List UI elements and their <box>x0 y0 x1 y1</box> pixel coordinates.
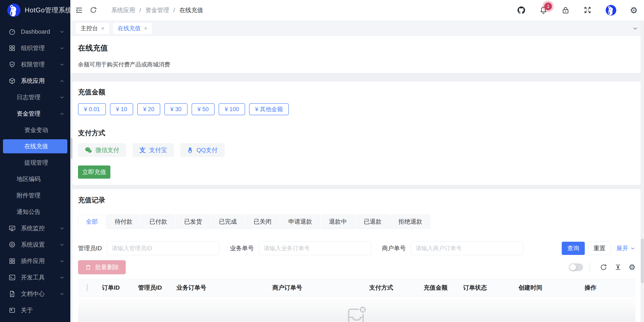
striped-toggle[interactable] <box>569 264 583 271</box>
bulk-delete-button[interactable]: 批量删除 <box>78 260 126 274</box>
trash-icon <box>85 264 92 271</box>
status-tab-refund-rejected[interactable]: 拒绝退款 <box>390 215 430 229</box>
notification-bell-icon[interactable]: 1 <box>539 6 548 14</box>
pay-method-heading: 支付方式 <box>78 128 636 138</box>
sidebar-item-attachment-mgmt[interactable]: 附件管理 <box>0 187 70 204</box>
sidebar-item-system-monitor[interactable]: 系统监控 <box>0 220 70 236</box>
sidebar-scrollbar-thumb[interactable] <box>71 138 72 159</box>
amount-option-100[interactable]: ¥ 100 <box>219 103 245 115</box>
status-tab-closed[interactable]: 已关闭 <box>246 215 280 229</box>
col-actions: 操作 <box>580 284 636 292</box>
lock-icon[interactable] <box>561 6 570 14</box>
amount-option-50[interactable]: ¥ 50 <box>192 103 215 115</box>
status-tab-refund-request[interactable]: 申请退款 <box>280 215 320 229</box>
sidebar-item-doc-center[interactable]: 文档中心 <box>0 286 70 302</box>
amount-option-10[interactable]: ¥ 10 <box>110 103 133 115</box>
sidebar-item-withdraw-mgmt[interactable]: 提现管理 <box>0 154 70 171</box>
sidebar-item-label: 权限管理 <box>21 60 45 69</box>
recharge-submit-button[interactable]: 立即充值 <box>78 165 110 179</box>
close-icon[interactable]: × <box>144 25 147 31</box>
status-tab-paid[interactable]: 已付款 <box>142 215 175 229</box>
status-tab-completed[interactable]: 已完成 <box>211 215 245 229</box>
amount-option-other[interactable]: ¥ 其他金额 <box>249 103 289 115</box>
query-button[interactable]: 查询 <box>562 242 585 255</box>
topbar: 系统应用 / 资金管理 / 在线充值 1 <box>70 0 644 20</box>
sidebar-item-plugins[interactable]: 插件应用 <box>0 253 70 269</box>
sidebar-item-fund-mgmt[interactable]: 资金管理 <box>0 105 70 122</box>
toggle-knob <box>570 264 576 271</box>
records-heading: 充值记录 <box>78 196 636 205</box>
sidebar-item-label: 日志管理 <box>16 93 40 101</box>
sidebar-item-online-recharge[interactable]: 在线充值 <box>3 139 67 153</box>
expand-filters-link[interactable]: 展开 <box>616 244 636 252</box>
terminal-icon <box>8 274 16 281</box>
pay-method-label: 微信支付 <box>96 146 119 154</box>
breadcrumb-separator: / <box>174 7 175 14</box>
logo-row[interactable]: HotGo管理系统 <box>0 0 70 20</box>
sidebar-item-system-app[interactable]: 系统应用 <box>0 73 70 89</box>
tab-online-recharge[interactable]: 在线充值 × <box>113 23 152 34</box>
divider <box>590 263 590 272</box>
amount-option-20[interactable]: ¥ 20 <box>137 103 160 115</box>
table-refresh-icon[interactable] <box>600 264 607 271</box>
fullscreen-icon[interactable] <box>584 6 592 14</box>
close-icon[interactable]: × <box>101 25 104 31</box>
refresh-icon[interactable] <box>90 6 98 14</box>
reset-button[interactable]: 重置 <box>588 242 611 255</box>
sidebar-item-dashboard[interactable]: Dashboard <box>0 23 70 40</box>
sidebar-item-notice[interactable]: 通知公告 <box>0 204 70 220</box>
settings-gear-icon[interactable]: ⚙ <box>630 6 638 14</box>
sidebar-item-label: 插件应用 <box>21 257 45 265</box>
breadcrumb-item[interactable]: 资金管理 <box>145 6 169 14</box>
status-tab-all[interactable]: 全部 <box>78 215 106 229</box>
sidebar-item-org[interactable]: 组织管理 <box>0 40 70 56</box>
topbar-actions: 1 <box>517 5 638 15</box>
status-tab-refunding[interactable]: 退款中 <box>321 215 355 229</box>
hotgo-logo-icon <box>7 3 20 17</box>
admin-id-input[interactable] <box>107 242 219 255</box>
pay-method-alipay[interactable]: 支 支付宝 <box>132 143 174 157</box>
pay-method-wechat[interactable]: 微信支付 <box>78 143 126 157</box>
status-tab-pending-pay[interactable]: 待付款 <box>107 215 140 229</box>
dashboard-icon <box>8 28 16 35</box>
tab-console[interactable]: 主控台 × <box>76 23 109 34</box>
expand-label: 展开 <box>616 244 628 252</box>
tab-label: 主控台 <box>80 24 98 32</box>
content: 充值金额 ¥ 0.01 ¥ 10 ¥ 20 ¥ 30 ¥ 50 ¥ 100 ¥ … <box>70 73 644 322</box>
sidebar-item-about[interactable]: 关于 <box>0 302 70 319</box>
user-avatar[interactable] <box>606 5 616 15</box>
chevron-up-icon <box>59 78 65 84</box>
breadcrumb-item[interactable]: 系统应用 <box>111 6 135 14</box>
col-pay-type: 支付方式 <box>364 284 419 292</box>
menu-collapse-icon[interactable] <box>75 6 83 14</box>
page-scrollbar-thumb[interactable] <box>641 239 644 283</box>
sidebar-item-dev-tools[interactable]: 开发工具 <box>0 269 70 286</box>
order-sn-label: 业务单号 <box>230 244 254 252</box>
col-admin-id: 管理员ID <box>133 284 172 292</box>
column-settings-icon[interactable]: ⚙ <box>629 264 636 271</box>
app-title: HotGo管理系统 <box>25 6 72 15</box>
merchant-sn-input[interactable] <box>411 242 523 255</box>
col-created-at: 创建时间 <box>514 284 580 292</box>
sidebar-item-fund-change[interactable]: 资金变动 <box>0 122 70 138</box>
github-icon[interactable] <box>517 6 526 14</box>
amount-option-30[interactable]: ¥ 30 <box>164 103 188 115</box>
filter-row: 管理员ID 业务单号 商户单号 查询 重置 展开 <box>78 242 636 255</box>
sidebar-item-label: Dashboard <box>21 28 50 35</box>
status-tab-refunded[interactable]: 已退款 <box>356 215 390 229</box>
order-sn-input[interactable] <box>259 242 371 255</box>
alipay-icon: 支 <box>139 146 146 155</box>
sidebar-item-log-mgmt[interactable]: 日志管理 <box>0 89 70 105</box>
select-all-checkbox[interactable] <box>87 284 88 291</box>
status-tab-shipped[interactable]: 已发货 <box>176 215 210 229</box>
col-order-sn: 业务订单号 <box>172 284 268 292</box>
row-density-icon[interactable] <box>614 264 622 271</box>
sidebar-item-system-settings[interactable]: 系统设置 <box>0 236 70 253</box>
chevron-down-icon <box>59 95 65 100</box>
tabbar-dropdown-icon[interactable] <box>632 25 638 31</box>
amount-option-0.01[interactable]: ¥ 0.01 <box>78 103 106 115</box>
sidebar-item-permission[interactable]: 权限管理 <box>0 56 70 73</box>
sidebar-item-label: 提现管理 <box>24 159 48 167</box>
sidebar-item-region-code[interactable]: 地区编码 <box>0 171 70 187</box>
pay-method-qq[interactable]: QQ支付 <box>180 143 224 157</box>
